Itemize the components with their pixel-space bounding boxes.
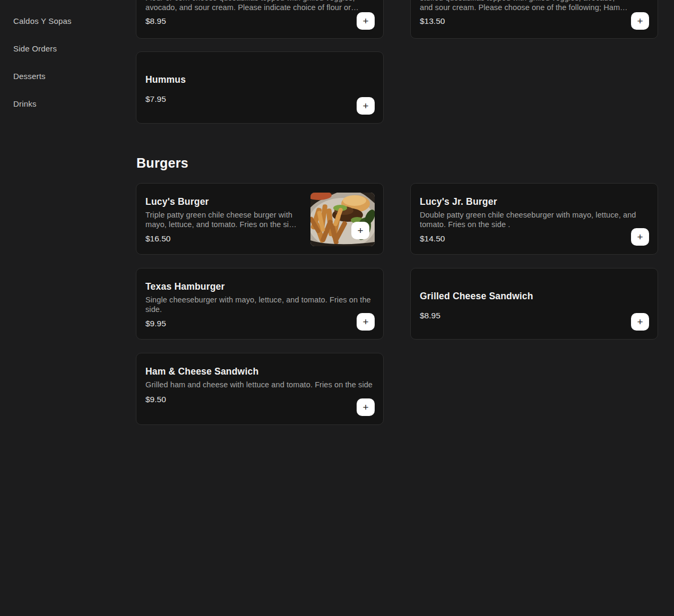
add-item-button[interactable]: + xyxy=(357,12,375,30)
sidebar-item-drinks[interactable]: Drinks xyxy=(13,99,37,109)
item-description: Triple patty green chile cheese burger w… xyxy=(145,211,314,229)
section-heading-burgers: Burgers xyxy=(136,155,188,171)
item-description: Grilled ham and cheese with lettuce and … xyxy=(145,380,374,390)
add-item-button[interactable]: + xyxy=(631,12,649,30)
menu-page: Caldos Y Sopas Side Orders Desserts Drin… xyxy=(0,0,674,616)
item-description-line: avocado, and sour cream. Please indicate… xyxy=(145,3,359,13)
menu-item-card-hummus[interactable]: Hummus $7.95 + xyxy=(136,51,384,124)
item-description: stuffed quesadillas topped with grilled … xyxy=(420,0,628,12)
add-item-button[interactable]: + xyxy=(357,97,375,115)
plus-icon: + xyxy=(637,16,643,26)
menu-list: Flour or corn cheese quesadillas topped … xyxy=(136,0,658,616)
item-price: $13.50 xyxy=(420,16,445,26)
add-item-button[interactable]: + xyxy=(357,398,375,416)
item-name: Hummus xyxy=(145,74,374,85)
plus-icon: + xyxy=(637,317,643,327)
item-name: Lucy's Jr. Burger xyxy=(420,196,649,207)
menu-item-card-texas-hamburger[interactable]: Texas Hamburger Single cheeseburger with… xyxy=(136,268,384,340)
plus-icon: + xyxy=(362,101,368,111)
item-name: Grilled Cheese Sandwich xyxy=(420,291,649,302)
item-price: $8.95 xyxy=(145,16,166,26)
item-name: Texas Hamburger xyxy=(145,281,374,292)
item-description: Single cheeseburger with mayo, lettuce, … xyxy=(145,296,374,314)
item-price: $8.95 xyxy=(420,310,649,320)
item-name: Ham & Cheese Sandwich xyxy=(145,366,374,377)
add-item-button[interactable]: + xyxy=(631,228,649,246)
item-description: Double patty green chile cheeseburger wi… xyxy=(420,211,649,229)
item-price: $16.50 xyxy=(145,233,314,244)
category-sidebar: Caldos Y Sopas Side Orders Desserts Drin… xyxy=(0,0,136,616)
item-price: $14.50 xyxy=(420,233,649,244)
item-name: Lucy's Burger xyxy=(145,196,314,207)
item-description-line: Flour or corn cheese quesadillas topped … xyxy=(145,0,359,3)
plus-icon: + xyxy=(357,225,363,236)
plus-icon: + xyxy=(362,317,368,327)
menu-item-card-quesadilla[interactable]: Flour or corn cheese quesadillas topped … xyxy=(136,0,384,39)
plus-icon: + xyxy=(362,16,368,26)
menu-item-card-ham-cheese-sandwich[interactable]: Ham & Cheese Sandwich Grilled ham and ch… xyxy=(136,353,384,425)
add-item-button[interactable]: + xyxy=(631,313,649,331)
menu-item-card-lucys-burger[interactable]: Lucy's Burger Triple patty green chile c… xyxy=(136,183,384,255)
sidebar-item-side-orders[interactable]: Side Orders xyxy=(13,44,57,54)
add-item-button[interactable]: + xyxy=(357,313,375,331)
sidebar-item-desserts[interactable]: Desserts xyxy=(13,72,46,81)
item-price: $9.95 xyxy=(145,318,374,328)
item-price: $7.95 xyxy=(145,94,374,104)
item-description-line: and sour cream. Please choose one of the… xyxy=(420,3,628,13)
item-price: $9.50 xyxy=(145,394,374,404)
sidebar-item-caldos-y-sopas[interactable]: Caldos Y Sopas xyxy=(13,16,72,26)
item-description: Flour or corn cheese quesadillas topped … xyxy=(145,0,359,12)
menu-item-card-lucys-jr-burger[interactable]: Lucy's Jr. Burger Double patty green chi… xyxy=(410,183,658,255)
plus-icon: + xyxy=(362,402,368,412)
menu-item-card-stuffed-quesadilla[interactable]: stuffed quesadillas topped with grilled … xyxy=(410,0,658,39)
plus-icon: + xyxy=(637,232,643,242)
add-item-button[interactable]: + xyxy=(351,222,369,239)
menu-item-card-grilled-cheese-sandwich[interactable]: Grilled Cheese Sandwich $8.95 + xyxy=(410,268,658,340)
item-description-line: stuffed quesadillas topped with grilled … xyxy=(420,0,628,3)
